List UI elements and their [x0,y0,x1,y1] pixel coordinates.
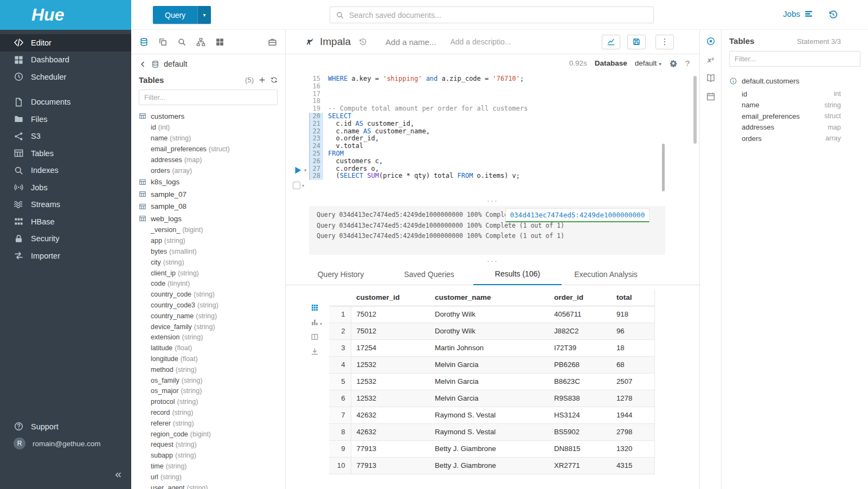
search-assist-icon[interactable] [177,37,187,47]
code-text[interactable]: v.total [323,143,363,150]
column-item[interactable]: os_family(string) [139,375,278,386]
column-item[interactable]: bytes(smallint) [139,246,278,257]
column-item[interactable]: extension(string) [139,332,278,343]
column-item[interactable]: latitude(float) [139,343,278,353]
code-text[interactable] [323,98,328,105]
table-name[interactable]: sample_07 [151,190,187,198]
sidebar-item-dashboard[interactable]: Dashboard [0,52,131,69]
code-line[interactable]: 18 [309,98,699,105]
column-item[interactable]: email_preferencesstruct [729,111,860,122]
code-line[interactable]: 25FROM [309,150,699,158]
query-history-icon[interactable] [828,9,838,20]
code-text[interactable] [323,91,328,98]
sidebar-item-files[interactable]: Files [0,111,131,128]
cell[interactable]: XR2771 [549,457,611,474]
query-dropdown-caret[interactable]: ▾ [197,6,211,24]
column-header[interactable]: customer_name [429,289,549,306]
cell[interactable]: Melvin Garcia [429,356,549,373]
code-line[interactable]: 23 o.order_id, [309,135,699,143]
column-item[interactable]: method(string) [139,364,278,375]
columns-view-icon[interactable] [311,333,325,341]
code-line[interactable]: 22 c.name AS customer_name, [309,128,699,136]
refresh-icon[interactable] [271,76,278,83]
column-item[interactable]: addressesmap [729,122,860,133]
chart-view-icon[interactable]: ▾ [311,318,325,326]
jobs-link[interactable]: Jobs [783,9,813,18]
cell[interactable]: 918 [611,306,654,323]
column-item[interactable]: region_code(bigint) [139,429,278,440]
cell[interactable]: 1944 [611,407,654,423]
cell[interactable]: I72T39 [549,339,611,356]
code-text[interactable]: c.orders o, [323,165,379,173]
resize-handle-bottom[interactable]: ··· [286,255,699,266]
code-line[interactable]: 28 (SELECT SUM(price * qty) total FROM o… [309,172,699,180]
cell[interactable]: Melvin Garcia [429,390,549,407]
breadcrumb[interactable]: default [139,60,278,68]
functions-tab-icon[interactable]: x² [706,55,716,65]
code-line[interactable]: 20SELECT [309,113,699,120]
help-icon[interactable]: ? [685,59,690,68]
database-selector[interactable]: default ▾ [635,59,661,67]
code-line[interactable]: 19-- Compute total amount per order for … [309,105,699,113]
table-name[interactable]: customers [151,112,184,120]
sidebar-collapse-button[interactable]: « [115,467,121,480]
column-item[interactable]: time(string) [139,461,278,472]
sidebar-item-hbase[interactable]: HBase [0,213,131,230]
grid-view-icon[interactable] [311,304,325,312]
cell[interactable]: 75012 [351,306,429,323]
new-query-button[interactable]: Query ▾ [153,6,211,24]
add-table-icon[interactable] [259,76,266,83]
sidebar-item-user[interactable]: Rromain@gethue.com [0,435,131,453]
documents-assist-icon[interactable] [158,37,168,47]
active-table-name[interactable]: default.customers [742,77,800,85]
table-item[interactable]: sample_08 [139,200,278,213]
panel-scrollbar[interactable] [693,76,697,144]
tab-saved-queries[interactable]: Saved Queries [385,270,473,285]
cell[interactable]: Raymond S. Vestal [429,423,549,440]
cell[interactable]: 12532 [351,356,429,373]
cell[interactable]: 18 [611,339,654,356]
cell[interactable]: 77913 [351,457,429,474]
cell[interactable]: Dorothy Wilk [429,306,549,323]
cell[interactable]: 75012 [351,323,429,339]
cell[interactable]: 4315 [611,457,654,474]
table-filter-input[interactable] [139,89,278,105]
schedule-tab-icon[interactable] [706,92,716,101]
back-icon[interactable] [139,60,147,68]
sidebar-item-importer[interactable]: Importer [0,247,131,265]
column-item[interactable]: _version_(bigint) [139,224,278,235]
sidebar-item-indexes[interactable]: Indexes [0,162,131,179]
column-item[interactable]: name(string) [139,133,278,144]
column-item[interactable]: user_agent(string) [139,482,278,489]
cell[interactable]: 17254 [351,339,429,356]
sidebar-item-support[interactable]: Support [0,418,131,435]
column-item[interactable]: addresses(map) [139,155,278,165]
code-line[interactable]: 21 c.id AS customer_id, [309,120,699,128]
language-reference-tab-icon[interactable] [706,73,716,83]
cell[interactable]: BS5902 [549,423,611,440]
cell[interactable]: B8623C [549,373,611,390]
column-item[interactable]: country_code3(string) [139,300,278,311]
code-line[interactable]: 26 customers c, [309,158,699,165]
code-line[interactable]: 27 c.orders o, [309,165,699,173]
search-input[interactable] [349,11,648,20]
sidebar-item-jobs[interactable]: Jobs [0,179,131,196]
table-name[interactable]: sample_08 [151,202,187,210]
cell[interactable]: J882C2 [549,323,611,339]
cell[interactable]: PB6268 [549,356,611,373]
code-line[interactable]: 24 v.total [309,143,699,150]
cell[interactable]: 2507 [611,373,654,390]
code-text[interactable]: SELECT [323,113,351,120]
cell[interactable]: R9S838 [549,390,611,407]
table-item[interactable]: customers [139,110,278,123]
column-header[interactable]: total [611,289,654,306]
column-item[interactable]: country_name(string) [139,311,278,321]
cell[interactable]: 4056711 [549,306,611,323]
cell[interactable]: 12532 [351,373,429,390]
column-item[interactable]: subapp(string) [139,450,278,461]
code-line[interactable]: 15WHERE a.key = 'shipping' and a.zip_cod… [309,75,699,83]
column-item[interactable]: request(string) [139,439,278,450]
code-text[interactable]: -- Compute total amount per order for al… [323,105,528,113]
column-item[interactable]: country_code(string) [139,289,278,300]
column-item[interactable]: ordersarray [729,133,860,144]
